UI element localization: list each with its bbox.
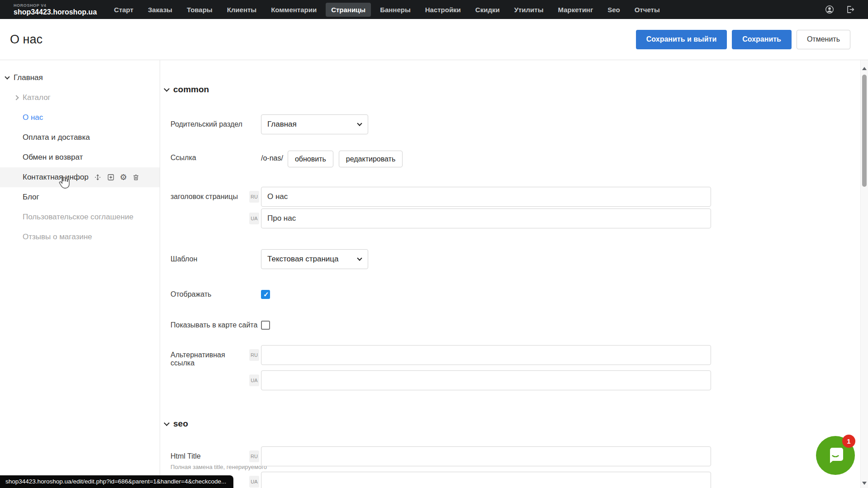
tree-item-label: Блог xyxy=(23,193,39,202)
chevron-down-icon xyxy=(164,86,170,92)
nav-item-clients[interactable]: Клиенты xyxy=(222,3,262,17)
tree-item-label: Обмен и возврат xyxy=(23,153,83,162)
tree-item-home[interactable]: Главная xyxy=(0,68,160,88)
edit-link-button[interactable]: редактировать xyxy=(339,151,403,167)
tree-item-about[interactable]: О нас xyxy=(0,108,160,128)
chat-unread-badge: 1 xyxy=(842,435,855,448)
tree-item-label: Пользовательское соглашение xyxy=(23,213,133,222)
page-title: О нас xyxy=(10,33,43,47)
nav-item-reports[interactable]: Отчеты xyxy=(629,3,665,17)
nav-item-start[interactable]: Старт xyxy=(109,3,139,17)
tree-item-store-reviews[interactable]: Отзывы о магазине xyxy=(0,227,160,247)
tree-item-payment-delivery[interactable]: Оплата и доставка xyxy=(0,128,160,147)
lang-badge-ru: RU xyxy=(249,349,259,361)
main-menu: Старт Заказы Товары Клиенты Комментарии … xyxy=(109,3,825,17)
sitemap-checkbox[interactable] xyxy=(261,321,270,330)
field-label: Отображать xyxy=(171,290,261,298)
scrollbar-thumb[interactable] xyxy=(862,75,867,187)
save-and-exit-button[interactable]: Сохранить и выйти xyxy=(636,30,727,49)
field-label: Родительский раздел xyxy=(171,114,261,128)
hand-cursor-pointer xyxy=(57,175,71,192)
nav-item-discounts[interactable]: Скидки xyxy=(470,3,505,17)
nav-item-seo[interactable]: Seo xyxy=(602,3,626,17)
link-path-value: /o-nas/ xyxy=(261,151,283,162)
chevron-right-icon[interactable] xyxy=(14,95,19,100)
page-header: О нас Сохранить и выйти Сохранить Отмени… xyxy=(0,19,868,60)
field-hint: Полная замена title, генерируемого xyxy=(171,464,249,470)
brand-version: HOROSHOP V4 xyxy=(14,4,97,8)
html-title-ru-input[interactable] xyxy=(261,446,711,466)
scroll-up-arrow-icon[interactable] xyxy=(862,67,867,70)
section-seo-header[interactable]: seo xyxy=(165,418,868,429)
tree-item-label: Каталог xyxy=(23,93,51,102)
scroll-down-arrow-icon[interactable] xyxy=(862,482,867,485)
tree-item-label: Отзывы о магазине xyxy=(23,232,92,242)
section-title: seo xyxy=(173,419,188,429)
tree-item-actions: ⚙ xyxy=(94,173,140,181)
account-icon[interactable] xyxy=(825,5,835,14)
trash-icon[interactable] xyxy=(132,173,140,181)
add-icon[interactable] xyxy=(107,173,115,181)
section-title: common xyxy=(173,85,209,95)
nav-item-comments[interactable]: Комментарии xyxy=(266,3,322,17)
field-alt-link: Альтернативная ссылка RU UA xyxy=(171,345,868,390)
nav-item-orders[interactable]: Заказы xyxy=(142,3,178,17)
section-common-header[interactable]: common xyxy=(165,84,868,95)
page-title-ru-input[interactable] xyxy=(261,187,711,207)
page-title-ua-input[interactable] xyxy=(261,208,711,228)
top-navigation: HOROSHOP V4 shop34423.horoshop.ua Старт … xyxy=(0,0,868,19)
chevron-down-icon[interactable] xyxy=(5,74,9,79)
tree-item-exchange-return[interactable]: Обмен и возврат xyxy=(0,147,160,167)
nav-item-pages[interactable]: Страницы xyxy=(326,3,371,17)
gear-icon[interactable]: ⚙ xyxy=(120,173,127,181)
tree-item-contact-info[interactable]: Контактная инфор ⚙ xyxy=(0,167,160,187)
selected-value: Текстовая страница xyxy=(267,255,339,264)
field-label: Показывать в карте сайта xyxy=(171,321,261,329)
chevron-down-icon xyxy=(357,256,362,261)
chat-launcher-button[interactable]: 1 xyxy=(816,436,855,475)
nav-item-banners[interactable]: Баннеры xyxy=(375,3,416,17)
field-label: Ссылка xyxy=(171,151,261,162)
alt-link-ru-input[interactable] xyxy=(261,345,711,365)
refresh-link-button[interactable]: обновить xyxy=(288,151,333,167)
field-sitemap: Показывать в карте сайта xyxy=(171,321,868,330)
nav-item-marketing[interactable]: Маркетинг xyxy=(552,3,598,17)
chat-bubble-icon xyxy=(825,444,846,467)
alt-link-ua-input[interactable] xyxy=(261,370,711,390)
selected-value: Главная xyxy=(267,120,297,129)
tree-item-blog[interactable]: Блог xyxy=(0,187,160,207)
nav-item-utilities[interactable]: Утилиты xyxy=(509,3,549,17)
field-template: Шаблон Текстовая страница xyxy=(171,249,868,269)
link-status-tooltip: shop34423.horoshop.ua/edit/edit.php?id=6… xyxy=(0,475,233,488)
field-label: заголовок страницы xyxy=(171,187,249,201)
cancel-button[interactable]: Отменить xyxy=(797,30,850,49)
nav-item-settings[interactable]: Настройки xyxy=(420,3,466,17)
field-html-title: Html Title Полная замена title, генериру… xyxy=(171,446,868,488)
move-icon[interactable] xyxy=(94,173,102,181)
vertical-scrollbar[interactable] xyxy=(860,60,868,488)
chevron-down-icon xyxy=(164,420,170,426)
parent-section-select[interactable]: Главная xyxy=(261,114,368,134)
field-label: Html Title xyxy=(171,452,249,460)
field-label: Альтернативная ссылка xyxy=(171,345,249,367)
field-link: Ссылка /o-nas/ обновить редактировать xyxy=(171,151,868,167)
lang-badge-ua: UA xyxy=(249,476,259,488)
lang-badge-ua: UA xyxy=(249,374,259,386)
brand-logo: HOROSHOP V4 shop34423.horoshop.ua xyxy=(14,4,97,16)
chevron-down-icon xyxy=(357,121,362,126)
display-checkbox[interactable] xyxy=(261,290,270,299)
template-select[interactable]: Текстовая страница xyxy=(261,249,368,269)
field-display: Отображать xyxy=(171,290,868,299)
nav-item-products[interactable]: Товары xyxy=(181,3,218,17)
logout-icon[interactable] xyxy=(845,5,855,14)
tree-item-user-agreement[interactable]: Пользовательское соглашение xyxy=(0,207,160,227)
field-parent-section: Родительский раздел Главная xyxy=(171,114,868,134)
lang-badge-ua: UA xyxy=(249,213,259,224)
html-title-ua-input[interactable] xyxy=(261,472,711,488)
tree-item-label: О нас xyxy=(23,113,43,122)
tree-item-catalog[interactable]: Каталог xyxy=(0,88,160,108)
shop-domain: shop34423.horoshop.ua xyxy=(14,9,97,16)
pages-tree-sidebar: Главная Каталог О нас Оплата и доставка … xyxy=(0,60,160,488)
field-page-title: заголовок страницы RU UA xyxy=(171,187,868,228)
save-button[interactable]: Сохранить xyxy=(732,30,792,49)
